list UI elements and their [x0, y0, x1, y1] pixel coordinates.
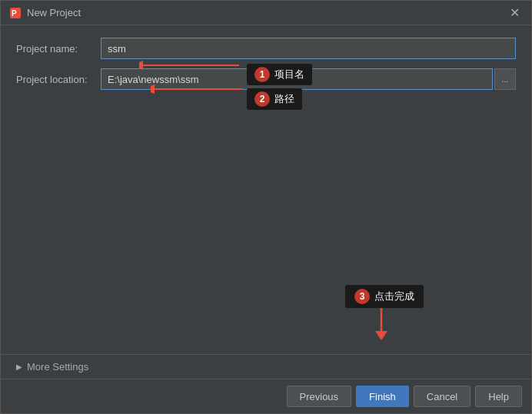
badge-1: 1: [254, 67, 270, 82]
annotation-label-1: 项目名: [274, 68, 304, 81]
annotation-label-2: 路径: [274, 92, 294, 106]
help-button[interactable]: Help: [475, 386, 522, 407]
finish-button[interactable]: Finish: [356, 386, 409, 407]
close-button[interactable]: ✕: [505, 4, 524, 22]
previous-button[interactable]: Previous: [287, 386, 352, 407]
title-bar: P New Project ✕: [1, 1, 531, 25]
badge-2: 2: [254, 91, 270, 107]
annotation-label-3: 点击完成: [374, 290, 414, 303]
cancel-button[interactable]: Cancel: [414, 386, 470, 407]
new-project-dialog: P New Project ✕ Project name: Project lo…: [0, 0, 532, 414]
dialog-content: Project name: Project location: ... 1 项目…: [1, 25, 531, 354]
dialog-footer: Previous Finish Cancel Help: [1, 379, 531, 413]
app-icon: P: [8, 6, 22, 20]
project-location-label: Project location:: [16, 74, 101, 85]
annotation-3: 3 点击完成: [345, 285, 424, 308]
more-settings[interactable]: ▶ More Settings: [1, 354, 531, 379]
svg-text:P: P: [12, 9, 17, 18]
more-settings-label: More Settings: [27, 361, 88, 373]
project-name-label: Project name:: [16, 43, 101, 55]
dialog-title: New Project: [27, 7, 505, 18]
project-name-input[interactable]: [101, 38, 516, 59]
browse-button[interactable]: ...: [494, 68, 516, 90]
badge-3: 3: [354, 289, 370, 304]
project-name-row: Project name:: [16, 38, 516, 59]
chevron-icon: ▶: [16, 363, 22, 371]
